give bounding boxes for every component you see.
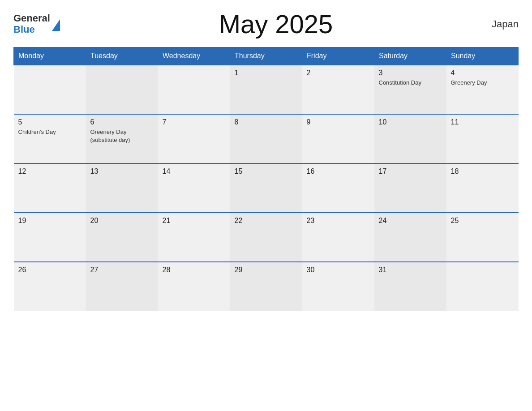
day-number: 28	[163, 266, 226, 274]
calendar-week-row: 19202122232425	[14, 213, 519, 262]
calendar-cell: 29	[230, 262, 302, 311]
calendar-cell	[14, 65, 86, 114]
day-number: 23	[307, 217, 370, 225]
calendar-cell: 6Greenery Day(substitute day)	[86, 114, 158, 163]
calendar-cell: 23	[302, 213, 374, 262]
calendar-cell: 13	[86, 163, 158, 213]
day-number: 5	[18, 118, 82, 126]
day-number: 15	[235, 167, 298, 176]
calendar-cell	[446, 262, 519, 311]
weekday-header-thursday: Thursday	[230, 47, 302, 65]
weekday-header-saturday: Saturday	[374, 47, 446, 65]
calendar-cell: 1	[230, 65, 302, 114]
calendar-cell: 5Children's Day	[14, 114, 86, 163]
day-number: 26	[18, 266, 82, 274]
logo-general: General	[13, 13, 50, 24]
day-number: 2	[307, 69, 370, 77]
calendar-cell: 18	[446, 163, 519, 213]
day-number: 16	[307, 167, 370, 176]
day-number: 24	[379, 217, 442, 225]
logo-text: General Blue	[13, 13, 50, 34]
logo-blue: Blue	[13, 24, 50, 35]
calendar-cell: 28	[158, 262, 230, 311]
weekday-header-sunday: Sunday	[446, 47, 519, 65]
day-number: 25	[451, 217, 514, 225]
calendar-cell: 27	[86, 262, 158, 311]
calendar-cell: 11	[446, 114, 519, 163]
day-number: 1	[235, 69, 298, 77]
weekday-header-wednesday: Wednesday	[158, 47, 230, 65]
day-number: 31	[379, 266, 442, 274]
calendar-cell: 3Constitution Day	[374, 65, 446, 114]
calendar-cell: 12	[14, 163, 86, 213]
calendar-cell: 30	[302, 262, 374, 311]
calendar-cell: 8	[230, 114, 302, 163]
holiday-name: Constitution Day	[379, 79, 442, 87]
holiday-name: Children's Day	[18, 128, 82, 136]
calendar-cell	[158, 65, 230, 114]
weekday-header-friday: Friday	[302, 47, 374, 65]
day-number: 30	[307, 266, 370, 274]
weekday-header-row: MondayTuesdayWednesdayThursdayFridaySatu…	[14, 47, 519, 65]
day-number: 13	[90, 167, 154, 176]
calendar-cell: 16	[302, 163, 374, 213]
weekday-header-monday: Monday	[14, 47, 86, 65]
calendar-cell: 26	[14, 262, 86, 311]
holiday-name: Greenery Day(substitute day)	[90, 128, 154, 144]
day-number: 3	[379, 69, 442, 77]
calendar-table: MondayTuesdayWednesdayThursdayFridaySatu…	[13, 47, 519, 311]
calendar-week-row: 123Constitution Day4Greenery Day	[14, 65, 519, 114]
calendar-cell: 19	[14, 213, 86, 262]
weekday-header-tuesday: Tuesday	[86, 47, 158, 65]
calendar-cell: 21	[158, 213, 230, 262]
day-number: 9	[307, 118, 370, 126]
day-number: 14	[163, 167, 226, 176]
calendar-title: May 2025	[219, 9, 333, 39]
calendar-cell: 15	[230, 163, 302, 213]
day-number: 19	[18, 217, 82, 225]
calendar-cell	[86, 65, 158, 114]
holiday-name: Greenery Day	[451, 79, 514, 87]
calendar-cell: 20	[86, 213, 158, 262]
day-number: 7	[163, 118, 226, 126]
day-number: 17	[379, 167, 442, 176]
day-number: 11	[451, 118, 514, 126]
day-number: 27	[90, 266, 154, 274]
day-number: 10	[379, 118, 442, 126]
calendar-cell: 2	[302, 65, 374, 114]
calendar-cell: 17	[374, 163, 446, 213]
calendar-cell: 25	[446, 213, 519, 262]
page-header: General Blue May 2025 Japan	[13, 9, 519, 39]
calendar-cell: 4Greenery Day	[446, 65, 519, 114]
day-number: 12	[18, 167, 82, 176]
calendar-cell: 7	[158, 114, 230, 163]
day-number: 20	[90, 217, 154, 225]
calendar-cell: 31	[374, 262, 446, 311]
calendar-cell: 10	[374, 114, 446, 163]
day-number: 8	[235, 118, 298, 126]
calendar-week-row: 262728293031	[14, 262, 519, 311]
day-number: 21	[163, 217, 226, 225]
logo-triangle-icon	[52, 19, 60, 31]
calendar-week-row: 5Children's Day6Greenery Day(substitute …	[14, 114, 519, 163]
day-number: 22	[235, 217, 298, 225]
country-label: Japan	[492, 18, 519, 30]
calendar-cell: 14	[158, 163, 230, 213]
calendar-cell: 9	[302, 114, 374, 163]
calendar-week-row: 12131415161718	[14, 163, 519, 213]
day-number: 6	[90, 118, 154, 126]
calendar-cell: 24	[374, 213, 446, 262]
logo: General Blue	[13, 13, 60, 34]
day-number: 18	[451, 167, 514, 176]
day-number: 4	[451, 69, 514, 77]
day-number: 29	[235, 266, 298, 274]
calendar-cell: 22	[230, 213, 302, 262]
